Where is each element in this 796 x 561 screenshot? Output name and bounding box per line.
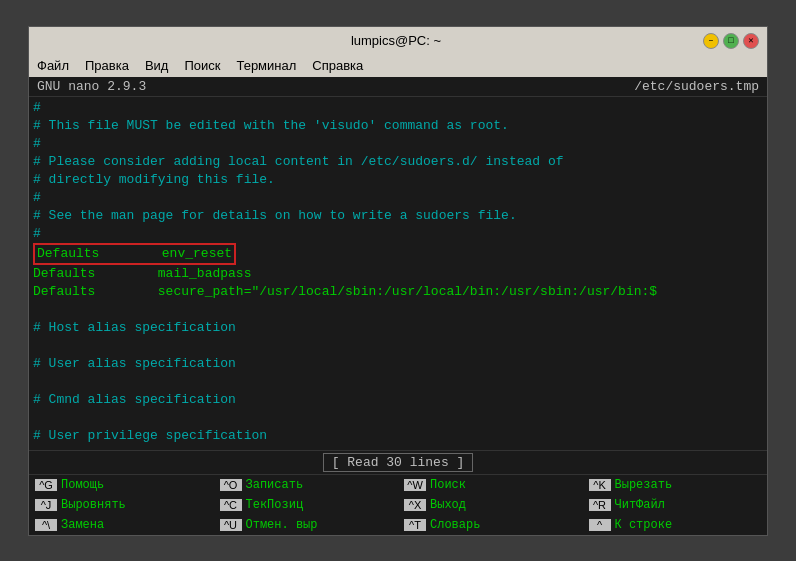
nano-version: GNU nano 2.9.3 [37, 79, 146, 94]
menu-help[interactable]: Справка [312, 58, 363, 73]
status-text: [ Read 30 lines ] [323, 453, 474, 472]
footer-item-cut[interactable]: ^K Вырезать [583, 475, 768, 495]
maximize-button[interactable]: □ [723, 33, 739, 49]
line-6: # [33, 189, 763, 207]
title-bar: lumpics@PC: ~ – □ ✕ [29, 27, 767, 55]
line-3: # [33, 135, 763, 153]
label-curpos: ТекПозиц [246, 498, 304, 512]
line-2: # This file MUST be edited with the 'vis… [33, 117, 763, 135]
footer: ^G Помощь ^O Записать ^W Поиск ^K Выреза… [29, 474, 767, 535]
line-16 [33, 373, 763, 391]
editor-content[interactable]: # # This file MUST be edited with the 'v… [29, 97, 767, 450]
key-spell: ^T [404, 519, 426, 531]
key-readfile: ^R [589, 499, 611, 511]
label-gotoline: К строке [615, 518, 673, 532]
footer-item-help[interactable]: ^G Помощь [29, 475, 214, 495]
key-gotoline: ^ [589, 519, 611, 531]
label-cut: Вырезать [615, 478, 673, 492]
line-19: # User privilege specification [33, 427, 763, 445]
minimize-button[interactable]: – [703, 33, 719, 49]
footer-item-justify[interactable]: ^J Выровнять [29, 495, 214, 515]
line-14 [33, 337, 763, 355]
label-readfile: ЧитФайл [615, 498, 665, 512]
window-title: lumpics@PC: ~ [89, 33, 703, 48]
line-8: # [33, 225, 763, 243]
footer-item-search[interactable]: ^W Поиск [398, 475, 583, 495]
key-justify: ^J [35, 499, 57, 511]
line-5: # directly modifying this file. [33, 171, 763, 189]
window-controls: – □ ✕ [703, 33, 759, 49]
footer-item-spell[interactable]: ^T Словарь [398, 515, 583, 535]
line-15: # User alias specification [33, 355, 763, 373]
nano-header: GNU nano 2.9.3 /etc/sudoers.tmp [29, 77, 767, 97]
menu-view[interactable]: Вид [145, 58, 169, 73]
label-replace: Замена [61, 518, 104, 532]
key-search: ^W [404, 479, 426, 491]
key-write: ^O [220, 479, 242, 491]
label-help: Помощь [61, 478, 104, 492]
line-1: # [33, 99, 763, 117]
footer-item-replace[interactable]: ^\ Замена [29, 515, 214, 535]
footer-item-exit[interactable]: ^X Выход [398, 495, 583, 515]
line-4: # Please consider adding local content i… [33, 153, 763, 171]
label-write: Записать [246, 478, 304, 492]
line-12 [33, 301, 763, 319]
key-exit: ^X [404, 499, 426, 511]
menu-bar: Файл Правка Вид Поиск Терминал Справка [29, 55, 767, 77]
label-exit: Выход [430, 498, 466, 512]
key-curpos: ^C [220, 499, 242, 511]
menu-search[interactable]: Поиск [184, 58, 220, 73]
key-cut: ^K [589, 479, 611, 491]
line-18 [33, 409, 763, 427]
label-search: Поиск [430, 478, 466, 492]
label-justify: Выровнять [61, 498, 126, 512]
line-7: # See the man page for details on how to… [33, 207, 763, 225]
footer-item-curpos[interactable]: ^C ТекПозиц [214, 495, 399, 515]
highlighted-defaults-env-reset: Defaults env_reset [33, 243, 236, 265]
menu-terminal[interactable]: Терминал [236, 58, 296, 73]
menu-file[interactable]: Файл [37, 58, 69, 73]
key-undo: ^U [220, 519, 242, 531]
status-bar: [ Read 30 lines ] [29, 450, 767, 474]
footer-item-write[interactable]: ^O Записать [214, 475, 399, 495]
label-undo: Отмен. выр [246, 518, 318, 532]
nano-filename: /etc/sudoers.tmp [634, 79, 759, 94]
close-button[interactable]: ✕ [743, 33, 759, 49]
label-spell: Словарь [430, 518, 480, 532]
footer-item-readfile[interactable]: ^R ЧитФайл [583, 495, 768, 515]
footer-item-gotoline[interactable]: ^ К строке [583, 515, 768, 535]
menu-edit[interactable]: Правка [85, 58, 129, 73]
line-13: # Host alias specification [33, 319, 763, 337]
footer-item-undo[interactable]: ^U Отмен. выр [214, 515, 399, 535]
line-11: Defaults secure_path="/usr/local/sbin:/u… [33, 283, 763, 301]
key-help: ^G [35, 479, 57, 491]
line-10: Defaults mail_badpass [33, 265, 763, 283]
terminal-window: lumpics@PC: ~ – □ ✕ Файл Правка Вид Поис… [28, 26, 768, 536]
line-9: Defaults env_reset [33, 243, 763, 265]
line-17: # Cmnd alias specification [33, 391, 763, 409]
key-replace: ^\ [35, 519, 57, 531]
